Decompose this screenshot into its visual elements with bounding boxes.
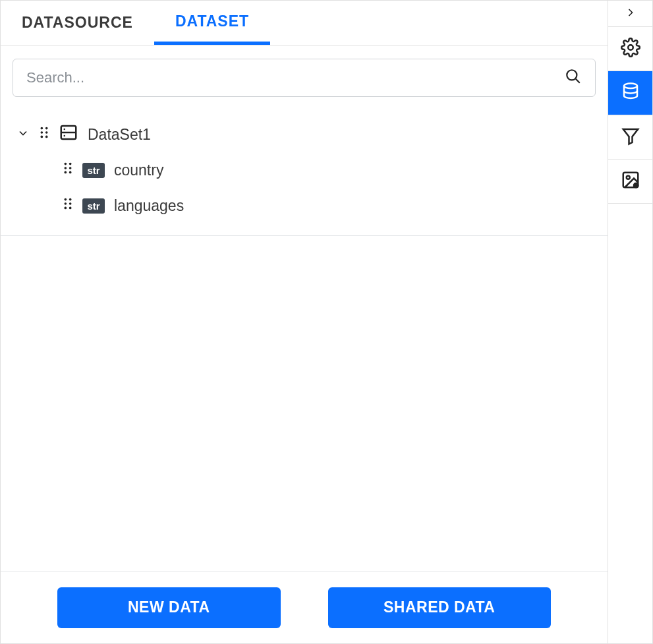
search-icon (565, 68, 582, 88)
action-bar: NEW DATA SHARED DATA (1, 571, 608, 643)
svg-point-4 (41, 131, 43, 134)
rail-expand-button[interactable] (608, 1, 652, 27)
field-row[interactable]: str country (16, 152, 608, 188)
gear-icon (621, 38, 640, 60)
new-data-button[interactable]: NEW DATA (57, 587, 281, 628)
svg-point-18 (65, 198, 67, 201)
svg-point-16 (65, 171, 67, 174)
svg-point-10 (64, 129, 66, 131)
svg-point-3 (45, 127, 48, 130)
svg-point-14 (65, 167, 67, 169)
search-wrap (1, 45, 608, 97)
svg-line-1 (576, 79, 580, 83)
field-label: languages (114, 197, 184, 215)
svg-point-23 (69, 207, 72, 210)
svg-point-0 (567, 70, 577, 80)
divider (1, 235, 608, 236)
dataset-tree: DataSet1 str country str (1, 97, 608, 571)
svg-point-22 (65, 207, 67, 210)
filter-icon (621, 126, 640, 148)
svg-point-20 (65, 202, 67, 205)
type-badge-str: str (82, 198, 105, 214)
svg-point-15 (69, 167, 72, 169)
type-badge-str: str (82, 163, 105, 178)
svg-point-6 (41, 136, 43, 138)
chevron-down-icon[interactable] (16, 126, 30, 144)
svg-point-13 (69, 163, 72, 165)
rail-image-settings-button[interactable] (608, 160, 652, 204)
search-field[interactable] (13, 59, 596, 97)
database-icon (621, 82, 640, 104)
side-rail (608, 1, 652, 643)
rail-settings-button[interactable] (608, 27, 652, 71)
dataset-label: DataSet1 (88, 126, 151, 144)
main-panel: DATASOURCE DATASET (1, 1, 608, 643)
svg-point-5 (45, 131, 48, 134)
svg-point-12 (65, 163, 67, 165)
drag-handle-icon[interactable] (63, 161, 73, 179)
search-input[interactable] (26, 69, 565, 86)
tab-bar: DATASOURCE DATASET (1, 1, 608, 45)
chevron-right-icon (624, 6, 637, 22)
tab-dataset[interactable]: DATASET (154, 1, 270, 45)
svg-point-11 (64, 135, 66, 137)
image-gear-icon (621, 170, 640, 192)
field-label: country (114, 161, 163, 179)
dataset-node[interactable]: DataSet1 (16, 117, 608, 152)
drag-handle-icon[interactable] (63, 196, 73, 215)
shared-data-button[interactable]: SHARED DATA (328, 587, 552, 628)
svg-point-21 (69, 202, 72, 205)
svg-point-24 (628, 45, 633, 50)
field-row[interactable]: str languages (16, 188, 608, 223)
svg-point-17 (69, 171, 72, 174)
rail-filter-button[interactable] (608, 115, 652, 160)
rail-data-button[interactable] (608, 71, 652, 115)
svg-point-2 (41, 127, 43, 130)
drag-handle-icon[interactable] (39, 125, 49, 144)
svg-point-7 (45, 136, 48, 138)
svg-point-19 (69, 198, 72, 201)
dataset-icon (59, 123, 78, 146)
svg-point-25 (624, 84, 637, 89)
svg-point-30 (635, 185, 637, 187)
tab-datasource[interactable]: DATASOURCE (1, 1, 154, 45)
svg-point-28 (626, 176, 629, 179)
svg-marker-26 (623, 129, 638, 144)
